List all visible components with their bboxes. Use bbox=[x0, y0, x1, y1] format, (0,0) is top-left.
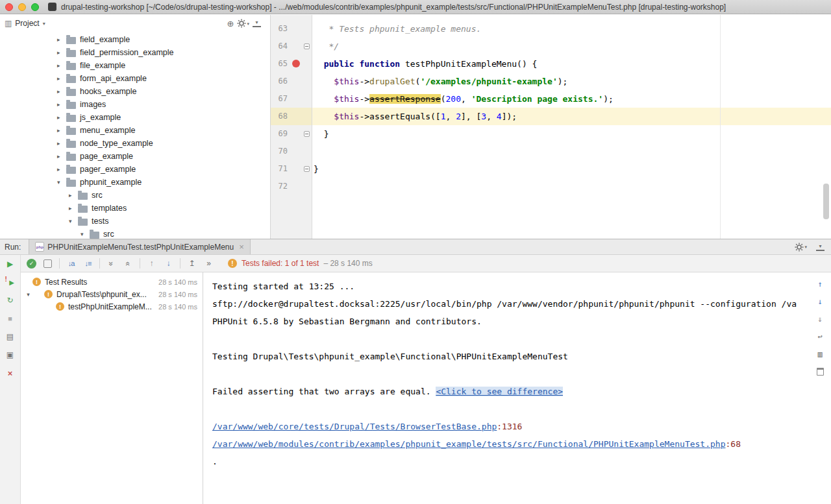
run-tab[interactable]: php PHPUnitExampleMenuTest.testPhpUnitEx… bbox=[29, 239, 250, 254]
chevron-right-icon[interactable]: ▸ bbox=[69, 192, 77, 198]
code-editor[interactable]: 63 * Tests phpunit_example menus. 64 */ … bbox=[271, 15, 831, 239]
tree-item-form-api-example[interactable]: ▸form_api_example bbox=[0, 72, 270, 85]
chevron-right-icon[interactable]: ▸ bbox=[57, 75, 66, 82]
minimize-window-button[interactable] bbox=[18, 3, 26, 11]
tree-item-field-example[interactable]: ▸field_example bbox=[0, 33, 270, 46]
stack-trace-link[interactable]: /var/www/web/core/tests/Drupal/Tests/Bro… bbox=[212, 422, 497, 431]
line-number[interactable]: 71 bbox=[271, 160, 288, 178]
line-number[interactable]: 72 bbox=[271, 178, 288, 195]
tree-item-hooks-example[interactable]: ▸hooks_example bbox=[0, 85, 270, 98]
previous-failed-test-button[interactable]: ↑ bbox=[146, 258, 157, 269]
chevron-down-icon[interactable]: ▾ bbox=[57, 179, 66, 186]
tree-item-templates[interactable]: ▸templates bbox=[0, 202, 270, 215]
hide-panel-icon[interactable]: ▾ bbox=[253, 19, 261, 27]
tree-item-menu-example[interactable]: ▸menu_example bbox=[0, 124, 270, 137]
test-case-row[interactable]: ! testPhpUnitExampleM... 28 s 140 ms bbox=[21, 300, 203, 313]
chevron-right-icon[interactable]: ▸ bbox=[57, 36, 66, 43]
editor-gutter[interactable]: 63 bbox=[271, 20, 312, 38]
chevron-right-icon[interactable]: ▸ bbox=[57, 166, 66, 173]
editor-gutter[interactable]: 71 bbox=[271, 160, 312, 178]
editor-gutter[interactable]: 66 bbox=[271, 73, 312, 90]
code-text[interactable]: $this->drupalGet('/examples/phpunit-exam… bbox=[312, 73, 831, 90]
next-failed-test-button[interactable]: ↓ bbox=[163, 258, 174, 269]
rerun-failed-tests-button[interactable]: !▶ bbox=[5, 277, 16, 287]
chevron-right-icon[interactable]: ▸ bbox=[57, 140, 66, 147]
clear-all-button[interactable] bbox=[815, 366, 825, 377]
code-text[interactable]: } bbox=[312, 125, 831, 143]
code-line-65[interactable]: 65 public function testPhpUnitExampleMen… bbox=[271, 55, 831, 73]
editor-gutter[interactable]: 68 bbox=[271, 108, 312, 125]
test-results-root-row[interactable]: ! Test Results 28 s 140 ms bbox=[21, 276, 203, 288]
test-failed-gutter-icon[interactable] bbox=[292, 60, 300, 67]
tree-item-pager-example[interactable]: ▸pager_example bbox=[0, 163, 270, 176]
export-test-results-button[interactable]: ↥ bbox=[186, 258, 197, 269]
show-passed-button[interactable]: ✓ bbox=[27, 259, 36, 269]
editor-gutter[interactable]: 64 bbox=[271, 38, 312, 55]
expand-all-button[interactable]: » bbox=[106, 258, 117, 269]
stack-trace-link[interactable]: /var/www/web/modules/contrib/examples/ph… bbox=[212, 439, 726, 449]
tree-item-phpunit-example[interactable]: ▾phpunit_example bbox=[0, 176, 270, 189]
tree-item-tests[interactable]: ▾tests bbox=[0, 215, 270, 228]
code-text[interactable] bbox=[312, 178, 831, 195]
chevron-down-icon[interactable]: ▾ bbox=[81, 231, 89, 237]
print-button[interactable]: ▥ bbox=[815, 349, 825, 359]
chevron-right-icon[interactable]: ▸ bbox=[57, 127, 66, 134]
line-number[interactable]: 66 bbox=[271, 73, 288, 90]
project-panel-title[interactable]: Project bbox=[15, 19, 39, 28]
restore-layout-button[interactable]: ▣ bbox=[5, 350, 16, 360]
code-line-64[interactable]: 64 */ bbox=[271, 38, 831, 55]
locate-file-icon[interactable]: ⊕ bbox=[227, 19, 234, 28]
down-the-stack-trace-button[interactable]: ↓ bbox=[815, 296, 825, 307]
editor-gutter[interactable]: 69 bbox=[271, 125, 312, 143]
line-number[interactable]: 64 bbox=[271, 38, 288, 55]
editor-gutter[interactable]: 72 bbox=[271, 178, 312, 195]
tree-item-src[interactable]: ▸src bbox=[0, 189, 270, 202]
editor-scrollbar[interactable] bbox=[823, 184, 829, 219]
chevron-right-icon[interactable]: ▸ bbox=[57, 114, 66, 121]
see-difference-link[interactable]: <Click to see difference> bbox=[436, 387, 563, 396]
editor-gutter[interactable]: 67 bbox=[271, 90, 312, 108]
settings-gear-icon[interactable]: ▾ bbox=[237, 19, 249, 28]
chevron-right-icon[interactable]: ▸ bbox=[57, 153, 66, 160]
line-number[interactable]: 69 bbox=[271, 125, 288, 143]
soft-wrap-button[interactable]: ↩ bbox=[815, 331, 825, 342]
code-line-68-current[interactable]: 68 $this->assertEquals([1, 2], [3, 4]); bbox=[271, 108, 831, 125]
fold-marker-icon[interactable] bbox=[304, 166, 310, 172]
hide-panel-icon[interactable]: ▾ bbox=[816, 243, 825, 251]
code-text[interactable]: */ bbox=[312, 38, 831, 55]
fold-marker-icon[interactable] bbox=[304, 131, 310, 137]
tree-item-field-permission-example[interactable]: ▸field_permission_example bbox=[0, 46, 270, 59]
code-text[interactable] bbox=[312, 143, 831, 160]
chevron-right-icon[interactable]: ▸ bbox=[57, 88, 66, 95]
more-options-button[interactable]: » bbox=[203, 258, 214, 269]
scroll-to-end-button[interactable]: ⇓ bbox=[815, 314, 825, 324]
code-line-71[interactable]: 71 } bbox=[271, 160, 831, 178]
code-line-72[interactable]: 72 bbox=[271, 178, 831, 195]
track-running-test-button[interactable] bbox=[42, 258, 53, 269]
code-line-70[interactable]: 70 bbox=[271, 143, 831, 160]
code-text[interactable]: } bbox=[312, 160, 831, 178]
chevron-right-icon[interactable]: ▸ bbox=[57, 101, 66, 108]
sort-by-duration-button[interactable]: ↓≡ bbox=[82, 258, 93, 269]
test-history-button[interactable]: ▤ bbox=[5, 331, 16, 342]
line-number[interactable]: 68 bbox=[271, 108, 288, 125]
code-line-67[interactable]: 67 $this->assertResponse(200, 'Descripti… bbox=[271, 90, 831, 108]
tree-item-node-type-example[interactable]: ▸node_type_example bbox=[0, 137, 270, 150]
chevron-down-icon[interactable]: ▾ bbox=[43, 21, 45, 27]
line-number[interactable]: 67 bbox=[271, 90, 288, 108]
close-tab-icon[interactable]: × bbox=[239, 242, 244, 252]
chevron-right-icon[interactable]: ▸ bbox=[57, 62, 66, 69]
settings-gear-icon[interactable]: ▾ bbox=[795, 243, 807, 252]
chevron-down-icon[interactable]: ▾ bbox=[69, 218, 77, 224]
close-window-button[interactable] bbox=[5, 3, 13, 11]
editor-gutter[interactable]: 70 bbox=[271, 143, 312, 160]
tree-item-file-example[interactable]: ▸file_example bbox=[0, 59, 270, 72]
code-text[interactable]: $this->assertResponse(200, 'Description … bbox=[312, 90, 831, 108]
tree-item-js-example[interactable]: ▸js_example bbox=[0, 111, 270, 124]
toggle-auto-test-button[interactable]: ↻ bbox=[5, 295, 16, 306]
line-number[interactable]: 70 bbox=[271, 143, 288, 160]
stop-button[interactable]: ■ bbox=[5, 313, 16, 324]
code-line-63[interactable]: 63 * Tests phpunit_example menus. bbox=[271, 20, 831, 38]
collapse-all-button[interactable]: « bbox=[123, 258, 134, 269]
code-text[interactable]: $this->assertEquals([1, 2], [3, 4]); bbox=[312, 108, 831, 125]
